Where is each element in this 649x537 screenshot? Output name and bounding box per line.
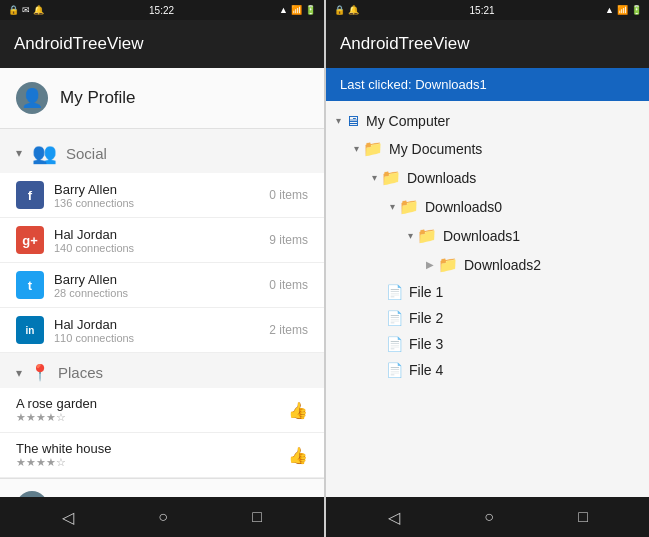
file2-label: File 2 [409, 310, 443, 326]
home-icon[interactable]: ○ [158, 508, 168, 526]
right-battery-icon: 🔋 [631, 5, 642, 15]
social-section-header[interactable]: ▾ 👥 Social [0, 129, 324, 173]
file4-label: File 4 [409, 362, 443, 378]
social-item-linkedin[interactable]: in Hal Jordan 110 connections 2 items [0, 308, 324, 353]
white-house-name: The white house [16, 441, 111, 456]
tree-my-computer[interactable]: ▾ 🖥 My Computer [326, 107, 649, 134]
places-chevron: ▾ [16, 366, 22, 380]
right-sound-icon: 🔔 [348, 5, 359, 15]
places-item-white-house[interactable]: The white house ★★★★☆ 👍 [0, 433, 324, 478]
right-phone: 🔒 🔔 15:21 ▲ 📶 🔋 AndroidTreeView Last cli… [326, 0, 649, 537]
rose-garden-thumbs: 👍 [288, 401, 308, 420]
places-item-rose-garden[interactable]: A rose garden ★★★★☆ 👍 [0, 388, 324, 433]
file4-icon: 📄 [386, 362, 403, 378]
downloads1-folder-icon: 📁 [417, 226, 437, 245]
downloads-chevron: ▾ [372, 172, 377, 183]
location-icon: 📍 [30, 363, 50, 382]
tree-file1[interactable]: 📄 File 1 [326, 279, 649, 305]
social-item-twitter[interactable]: t Barry Allen 28 connections 0 items [0, 263, 324, 308]
file1-label: File 1 [409, 284, 443, 300]
hal-jordan-2-count: 2 items [269, 323, 308, 337]
file1-icon: 📄 [386, 284, 403, 300]
barry-allen-2-count: 0 items [269, 278, 308, 292]
hal-jordan-2-name: Hal Jordan [54, 317, 259, 332]
downloads2-folder-icon: 📁 [438, 255, 458, 274]
facebook-icon: f [16, 181, 44, 209]
tree-downloads1[interactable]: ▾ 📁 Downloads1 [326, 221, 649, 250]
downloads2-label: Downloads2 [464, 257, 541, 273]
recents-icon[interactable]: □ [252, 508, 262, 526]
right-recents-icon[interactable]: □ [578, 508, 588, 526]
last-clicked-banner: Last clicked: Downloads1 [326, 68, 649, 101]
rose-garden-name: A rose garden [16, 396, 97, 411]
my-documents-chevron: ▾ [354, 143, 359, 154]
left-nav-bar: ◁ ○ □ [0, 497, 324, 537]
downloads2-chevron: ▶ [426, 259, 434, 270]
tree-downloads2[interactable]: ▶ 📁 Downloads2 [326, 250, 649, 279]
right-wifi-icon: ▲ [605, 5, 614, 15]
right-home-icon[interactable]: ○ [484, 508, 494, 526]
my-computer-chevron: ▾ [336, 115, 341, 126]
my-documents-label: My Documents [389, 141, 482, 157]
left-app-bar: AndroidTreeView [0, 20, 324, 68]
right-back-icon[interactable]: ◁ [388, 508, 400, 527]
downloads1-chevron: ▾ [408, 230, 413, 241]
file3-icon: 📄 [386, 336, 403, 352]
social-section-label: Social [66, 145, 107, 162]
downloads1-label: Downloads1 [443, 228, 520, 244]
right-signal-icon: 📶 [617, 5, 628, 15]
signal-icon: 📶 [291, 5, 302, 15]
bruce-wayne-row[interactable]: 👤 Bruce Wayne [0, 478, 324, 497]
right-nav-bar: ◁ ○ □ [326, 497, 649, 537]
social-item-text-barry1: Barry Allen 136 connections [54, 182, 259, 209]
linkedin-icon: in [16, 316, 44, 344]
my-profile-row[interactable]: 👤 My Profile [0, 68, 324, 129]
file3-label: File 3 [409, 336, 443, 352]
social-item-facebook[interactable]: f Barry Allen 136 connections 0 items [0, 173, 324, 218]
right-status-left-icons: 🔒 🔔 [334, 5, 359, 15]
white-house-thumbs: 👍 [288, 446, 308, 465]
rose-garden-info: A rose garden ★★★★☆ [16, 396, 97, 424]
message-icon: ✉ [22, 5, 30, 15]
hal-jordan-1-count: 9 items [269, 233, 308, 247]
hal-jordan-1-name: Hal Jordan [54, 227, 259, 242]
social-item-text-barry2: Barry Allen 28 connections [54, 272, 259, 299]
rose-garden-stars: ★★★★☆ [16, 411, 97, 424]
left-status-bar: 🔒 ✉ 🔔 15:22 ▲ 📶 🔋 [0, 0, 324, 20]
battery-icon: 🔋 [305, 5, 316, 15]
last-clicked-text: Last clicked: Downloads1 [340, 77, 487, 92]
downloads0-chevron: ▾ [390, 201, 395, 212]
left-status-left-icons: 🔒 ✉ 🔔 [8, 5, 44, 15]
sound-icon: 🔔 [33, 5, 44, 15]
back-icon[interactable]: ◁ [62, 508, 74, 527]
white-house-stars: ★★★★☆ [16, 456, 111, 469]
social-group-icon: 👥 [30, 139, 58, 167]
google-plus-icon: g+ [16, 226, 44, 254]
tree-downloads0[interactable]: ▾ 📁 Downloads0 [326, 192, 649, 221]
tree-file4[interactable]: 📄 File 4 [326, 357, 649, 383]
tree-view: ▾ 🖥 My Computer ▾ 📁 My Documents ▾ 📁 Dow… [326, 101, 649, 497]
hal-jordan-1-sub: 140 connections [54, 242, 259, 254]
places-section-label: Places [58, 364, 103, 381]
tree-my-documents[interactable]: ▾ 📁 My Documents [326, 134, 649, 163]
places-section-header[interactable]: ▾ 📍 Places [0, 353, 324, 388]
left-app-title: AndroidTreeView [14, 34, 143, 54]
tree-downloads[interactable]: ▾ 📁 Downloads [326, 163, 649, 192]
twitter-icon: t [16, 271, 44, 299]
hal-jordan-2-sub: 110 connections [54, 332, 259, 344]
social-item-google[interactable]: g+ Hal Jordan 140 connections 9 items [0, 218, 324, 263]
my-computer-label: My Computer [366, 113, 450, 129]
right-app-title: AndroidTreeView [340, 34, 469, 54]
right-app-bar: AndroidTreeView [326, 20, 649, 68]
my-profile-label: My Profile [60, 88, 136, 108]
wifi-icon: ▲ [279, 5, 288, 15]
right-status-right-icons: ▲ 📶 🔋 [605, 5, 642, 15]
social-item-text-hal2: Hal Jordan 110 connections [54, 317, 259, 344]
tree-file3[interactable]: 📄 File 3 [326, 331, 649, 357]
barry-allen-2-name: Barry Allen [54, 272, 259, 287]
downloads-label: Downloads [407, 170, 476, 186]
downloads0-folder-icon: 📁 [399, 197, 419, 216]
lock-icon: 🔒 [8, 5, 19, 15]
tree-file2[interactable]: 📄 File 2 [326, 305, 649, 331]
left-status-right-icons: ▲ 📶 🔋 [279, 5, 316, 15]
